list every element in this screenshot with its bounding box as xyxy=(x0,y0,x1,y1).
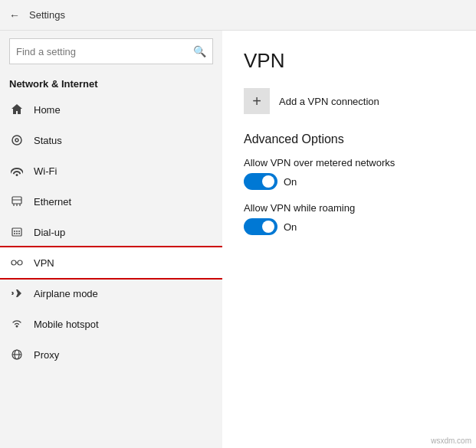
toggle-thumb-metered xyxy=(262,175,274,188)
search-input[interactable] xyxy=(16,46,193,57)
toggle-row-metered: On xyxy=(244,173,455,190)
search-icon: 🔍 xyxy=(193,45,206,57)
sidebar-item-vpn[interactable]: VPN xyxy=(0,247,222,278)
main-layout: 🔍 Network & Internet HomeStatusWi-FiEthe… xyxy=(0,31,476,448)
options-list: Allow VPN over metered networksOnAllow V… xyxy=(244,157,455,235)
sidebar-item-label-wifi: Wi-Fi xyxy=(34,165,57,177)
sidebar-item-home[interactable]: Home xyxy=(0,94,222,125)
toggle-thumb-roaming xyxy=(262,221,274,233)
back-button[interactable]: ← xyxy=(9,9,20,21)
toggle-row-roaming: On xyxy=(244,218,455,235)
svg-point-5 xyxy=(16,231,18,232)
toggle-roaming[interactable] xyxy=(244,218,277,235)
sidebar-item-label-vpn: VPN xyxy=(34,257,54,269)
ethernet-icon xyxy=(9,194,25,209)
sidebar-item-label-dialup: Dial-up xyxy=(34,227,65,238)
add-vpn-label: Add a VPN connection xyxy=(279,96,379,107)
svg-point-0 xyxy=(12,136,21,145)
svg-point-4 xyxy=(14,231,15,232)
add-vpn-plus-icon: + xyxy=(244,88,270,114)
svg-point-8 xyxy=(16,233,18,234)
proxy-icon xyxy=(9,347,25,362)
svg-point-10 xyxy=(11,260,16,265)
hotspot-icon xyxy=(9,316,25,332)
sidebar-item-proxy[interactable]: Proxy xyxy=(0,339,222,370)
page-title: VPN xyxy=(244,49,455,73)
sidebar-item-wifi[interactable]: Wi-Fi xyxy=(0,155,222,186)
sidebar-item-label-proxy: Proxy xyxy=(34,349,59,361)
svg-point-1 xyxy=(15,139,18,142)
window-title: Settings xyxy=(29,9,65,21)
sidebar-item-ethernet[interactable]: Ethernet xyxy=(0,186,222,217)
sidebar: 🔍 Network & Internet HomeStatusWi-FiEthe… xyxy=(0,31,222,448)
dialup-icon xyxy=(9,224,25,240)
sidebar-item-label-hotspot: Mobile hotspot xyxy=(34,319,99,330)
sidebar-item-label-ethernet: Ethernet xyxy=(34,196,71,208)
svg-point-6 xyxy=(18,231,20,232)
vpn-icon xyxy=(9,255,25,270)
status-icon xyxy=(9,132,25,148)
sidebar-section-title: Network & Internet xyxy=(0,72,222,94)
toggle-state-roaming: On xyxy=(284,221,297,233)
home-icon xyxy=(9,102,25,117)
wifi-icon xyxy=(9,163,25,178)
sidebar-item-status[interactable]: Status xyxy=(0,125,222,155)
option-label-roaming: Allow VPN while roaming xyxy=(244,202,455,214)
toggle-state-metered: On xyxy=(284,176,297,188)
option-roaming: Allow VPN while roamingOn xyxy=(244,202,455,235)
sidebar-item-hotspot[interactable]: Mobile hotspot xyxy=(0,309,222,339)
add-vpn-button[interactable]: + Add a VPN connection xyxy=(244,88,455,114)
sidebar-item-label-home: Home xyxy=(34,104,61,116)
sidebar-item-label-status: Status xyxy=(34,135,62,146)
sidebar-item-dialup[interactable]: Dial-up xyxy=(0,217,222,247)
content-area: VPN + Add a VPN connection Advanced Opti… xyxy=(222,31,476,448)
sidebar-item-airplane[interactable]: Airplane mode xyxy=(0,278,222,309)
sidebar-nav: HomeStatusWi-FiEthernetDial-upVPNAirplan… xyxy=(0,94,222,370)
svg-point-11 xyxy=(18,260,22,265)
svg-point-7 xyxy=(14,233,15,234)
svg-point-9 xyxy=(18,233,20,234)
option-label-metered: Allow VPN over metered networks xyxy=(244,157,455,168)
option-metered: Allow VPN over metered networksOn xyxy=(244,157,455,190)
title-bar: ← Settings xyxy=(0,0,476,31)
toggle-metered[interactable] xyxy=(244,173,277,190)
advanced-options-title: Advanced Options xyxy=(244,132,455,146)
airplane-icon xyxy=(9,286,25,301)
svg-point-12 xyxy=(16,325,18,328)
sidebar-item-label-airplane: Airplane mode xyxy=(34,288,98,299)
search-box[interactable]: 🔍 xyxy=(9,38,213,64)
